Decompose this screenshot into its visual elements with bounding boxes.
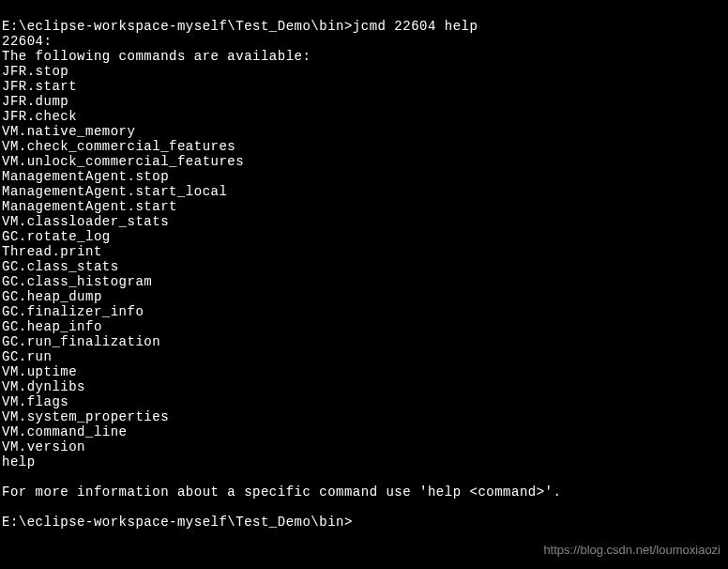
jcmd-command: VM.system_properties	[2, 409, 726, 424]
pid-line: 22604:	[2, 34, 726, 49]
help-footer: For more information about a specific co…	[2, 484, 726, 500]
jcmd-command: VM.classloader_stats	[2, 214, 726, 229]
prompt-path: E:\eclipse-workspace-myself\Test_Demo\bi…	[2, 515, 353, 530]
jcmd-command: VM.check_commercial_features	[2, 139, 726, 154]
jcmd-command: ManagementAgent.stop	[2, 169, 726, 184]
prompt-path: E:\eclipse-workspace-myself\Test_Demo\bi…	[2, 19, 353, 34]
jcmd-command: VM.dynlibs	[2, 379, 726, 394]
jcmd-command: GC.heap_info	[2, 319, 726, 334]
jcmd-command: VM.version	[2, 439, 726, 454]
blank-line	[2, 500, 726, 515]
jcmd-command: help	[2, 454, 726, 469]
jcmd-command: GC.class_stats	[2, 259, 726, 274]
jcmd-command: ManagementAgent.start_local	[2, 184, 726, 199]
jcmd-command: JFR.stop	[2, 64, 726, 79]
jcmd-command: VM.flags	[2, 394, 726, 409]
jcmd-command: VM.unlock_commercial_features	[2, 154, 726, 169]
watermark-text: https://blog.csdn.net/loumoxiaozi	[543, 543, 720, 558]
jcmd-command: VM.command_line	[2, 424, 726, 439]
jcmd-command: GC.rotate_log	[2, 229, 726, 244]
jcmd-command: GC.heap_dump	[2, 289, 726, 304]
jcmd-command: VM.native_memory	[2, 124, 726, 139]
jcmd-command: VM.uptime	[2, 364, 726, 379]
jcmd-command: JFR.dump	[2, 94, 726, 109]
terminal-output[interactable]: E:\eclipse-workspace-myself\Test_Demo\bi…	[2, 4, 726, 530]
jcmd-command: JFR.start	[2, 79, 726, 94]
blank-line	[2, 469, 726, 484]
jcmd-command: GC.run_finalization	[2, 334, 726, 349]
jcmd-command: JFR.check	[2, 109, 726, 124]
jcmd-command: GC.finalizer_info	[2, 304, 726, 319]
jcmd-command: Thread.print	[2, 244, 726, 259]
jcmd-command: GC.class_histogram	[2, 274, 726, 289]
commands-header: The following commands are available:	[2, 49, 726, 64]
command-input: jcmd 22604 help	[353, 19, 478, 34]
jcmd-command: ManagementAgent.start	[2, 199, 726, 214]
jcmd-command: GC.run	[2, 349, 726, 364]
